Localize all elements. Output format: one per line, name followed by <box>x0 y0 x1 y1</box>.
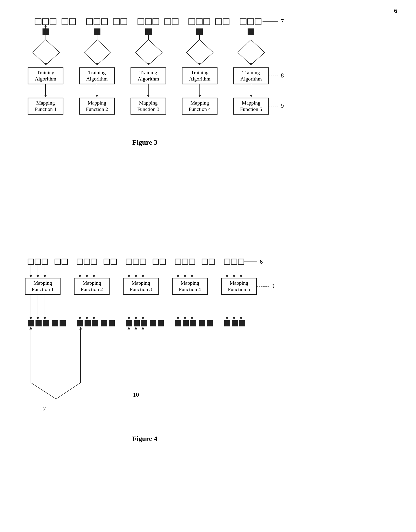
svg-rect-10 <box>196 19 202 25</box>
svg-rect-107 <box>42 259 48 265</box>
svg-text:Training: Training <box>140 69 157 75</box>
svg-marker-32 <box>44 26 47 28</box>
svg-rect-127 <box>209 259 215 265</box>
svg-marker-148 <box>177 275 179 278</box>
svg-rect-125 <box>160 259 166 265</box>
svg-text:Function 4: Function 4 <box>189 106 211 112</box>
label-6-fig4: 6 <box>260 258 263 265</box>
svg-marker-86 <box>198 95 201 97</box>
svg-rect-216 <box>190 320 196 326</box>
svg-text:Function 5: Function 5 <box>240 106 262 112</box>
svg-rect-225 <box>158 320 164 326</box>
svg-rect-220 <box>52 320 58 326</box>
svg-text:Training: Training <box>37 69 54 75</box>
svg-marker-237 <box>135 327 137 330</box>
label-9-fig3: 9 <box>281 103 284 109</box>
svg-marker-182 <box>79 317 81 320</box>
svg-text:Function 4: Function 4 <box>179 286 201 292</box>
svg-line-58 <box>238 40 251 53</box>
svg-rect-126 <box>202 259 208 265</box>
svg-marker-140 <box>92 275 95 278</box>
svg-marker-190 <box>135 317 137 320</box>
figure3-section: 7 <box>19 14 392 149</box>
svg-marker-150 <box>184 275 186 278</box>
svg-line-43 <box>97 53 111 65</box>
svg-rect-207 <box>43 320 49 326</box>
svg-rect-7 <box>145 19 151 25</box>
svg-line-35 <box>46 40 59 53</box>
svg-marker-88 <box>250 95 252 97</box>
svg-line-61 <box>251 53 265 65</box>
svg-line-46 <box>136 40 149 53</box>
svg-rect-109 <box>84 259 90 265</box>
svg-marker-132 <box>36 275 39 278</box>
svg-rect-221 <box>59 320 66 326</box>
svg-rect-226 <box>199 320 205 326</box>
svg-rect-223 <box>109 320 115 326</box>
svg-rect-17 <box>113 19 119 25</box>
figure4-section: 6 <box>19 257 392 453</box>
label-7-fig3: 7 <box>281 18 284 25</box>
svg-rect-11 <box>204 19 210 25</box>
svg-marker-194 <box>177 317 179 320</box>
svg-text:Mapping: Mapping <box>190 100 209 106</box>
page-number: 6 <box>394 7 397 14</box>
svg-rect-9 <box>189 19 195 25</box>
svg-rect-122 <box>104 259 109 265</box>
svg-marker-204 <box>240 317 242 320</box>
svg-line-34 <box>33 40 46 53</box>
svg-rect-117 <box>224 259 230 265</box>
svg-rect-16 <box>69 19 75 25</box>
svg-rect-219 <box>239 320 245 326</box>
svg-rect-208 <box>77 320 83 326</box>
svg-text:Mapping: Mapping <box>180 280 199 286</box>
svg-rect-119 <box>238 259 244 265</box>
svg-text:Training: Training <box>88 69 106 75</box>
svg-line-47 <box>149 40 162 53</box>
figure3-label: Figure 3 <box>132 138 158 146</box>
svg-line-42 <box>84 53 97 65</box>
svg-marker-152 <box>191 275 193 278</box>
svg-rect-20 <box>172 19 178 25</box>
label-8-fig3: 8 <box>281 72 284 79</box>
bottom-dark-squares-fig4 <box>28 320 245 326</box>
svg-rect-118 <box>231 259 237 265</box>
svg-rect-116 <box>189 259 195 265</box>
label-10-fig4: 10 <box>133 391 139 398</box>
svg-text:Mapping: Mapping <box>36 100 55 106</box>
svg-rect-215 <box>183 320 189 326</box>
svg-text:Function 1: Function 1 <box>35 106 57 112</box>
svg-marker-178 <box>36 317 39 320</box>
svg-rect-0 <box>35 19 41 25</box>
svg-line-37 <box>46 53 59 65</box>
svg-marker-146 <box>141 275 144 278</box>
svg-rect-111 <box>126 259 132 265</box>
svg-rect-114 <box>175 259 181 265</box>
label-9-fig4: 9 <box>271 283 275 289</box>
svg-text:Mapping: Mapping <box>88 100 106 106</box>
svg-marker-186 <box>92 317 95 320</box>
svg-line-40 <box>84 40 97 53</box>
svg-rect-6 <box>138 19 144 25</box>
svg-marker-154 <box>226 275 228 278</box>
svg-text:Training: Training <box>242 69 260 75</box>
svg-text:Mapping: Mapping <box>131 280 150 286</box>
svg-rect-14 <box>255 19 261 25</box>
svg-marker-80 <box>44 95 47 97</box>
svg-text:Mapping: Mapping <box>82 280 101 286</box>
svg-rect-113 <box>140 259 146 265</box>
svg-text:Function 2: Function 2 <box>81 286 103 292</box>
svg-rect-27 <box>196 28 203 35</box>
svg-text:Mapping: Mapping <box>33 280 52 286</box>
svg-rect-106 <box>35 259 41 265</box>
svg-rect-205 <box>28 320 34 326</box>
svg-rect-211 <box>126 320 132 326</box>
svg-text:Algorithm: Algorithm <box>86 76 108 82</box>
svg-rect-28 <box>248 28 254 35</box>
svg-text:Mapping: Mapping <box>242 100 260 106</box>
svg-rect-121 <box>62 259 68 265</box>
svg-rect-110 <box>91 259 97 265</box>
svg-rect-8 <box>153 19 159 25</box>
svg-rect-217 <box>224 320 230 326</box>
svg-rect-26 <box>145 28 152 35</box>
